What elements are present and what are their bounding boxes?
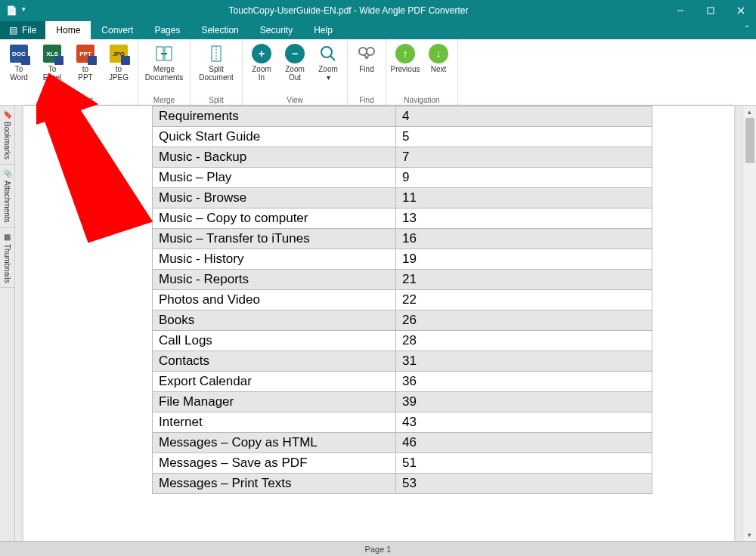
- table-row: Internet43: [153, 412, 652, 433]
- document-area: Requirements4Quick Start Guide5Music - B…: [15, 106, 756, 541]
- attachments-icon: 📎: [3, 169, 12, 178]
- zoom-icon: [318, 44, 338, 63]
- ribbon: DOCTo WordXLSTo ExcelPPTto PPTJPGto JPEG…: [0, 39, 756, 106]
- vertical-scrollbar[interactable]: ▴ ▾: [742, 106, 756, 541]
- sidebar-label-bookmarks: Bookmarks: [3, 122, 11, 159]
- table-row: Quick Start Guide5: [153, 127, 652, 147]
- toc-topic: Music - Backup: [153, 147, 396, 168]
- to-word-button[interactable]: DOCTo Word: [3, 41, 35, 95]
- toc-page: 7: [396, 147, 652, 168]
- table-row: Requirements4: [153, 107, 652, 127]
- ribbon-group-label: Quick Convert: [3, 95, 135, 105]
- next-icon: ↓: [429, 44, 448, 63]
- toc-page: 9: [396, 168, 652, 188]
- to-jpeg-button[interactable]: JPGto JPEG: [103, 41, 135, 95]
- table-row: Music – Copy to computer13: [153, 208, 652, 229]
- zoom-button[interactable]: Zoom ▾: [312, 41, 344, 95]
- ribbon-group-merge: Merge DocumentsMerge: [138, 39, 191, 105]
- pptx-icon: PPT: [76, 45, 94, 63]
- ribbon-group-label: View: [246, 95, 344, 105]
- toc-page: 11: [396, 188, 652, 208]
- toc-topic: Music - Browse: [153, 188, 396, 208]
- qat-dropdown-icon[interactable]: ▾: [22, 5, 26, 16]
- table-row: Export Calendar36: [153, 372, 652, 392]
- toc-page: 51: [396, 453, 652, 474]
- toc-topic: Photos and Video: [153, 290, 396, 310]
- table-row: Music - History19: [153, 249, 652, 270]
- table-row: Music - Backup7: [153, 147, 652, 168]
- toc-page: 19: [396, 249, 652, 270]
- to-excel-button[interactable]: XLSTo Excel: [36, 41, 68, 95]
- sidebar-tab-attachments[interactable]: 📎Attachments: [0, 165, 14, 228]
- table-row: Messages – Print Texts53: [153, 474, 652, 494]
- file-menu-label: File: [22, 25, 36, 36]
- previous-button[interactable]: ↑Previous: [389, 41, 421, 95]
- svg-point-10: [359, 48, 367, 55]
- sidebar-tab-thumbnails[interactable]: ▦Thumbnails: [0, 228, 14, 289]
- tab-convert[interactable]: Convert: [91, 21, 144, 39]
- toc-topic: Books: [153, 310, 396, 331]
- ribbon-group-view: +Zoom In−Zoom OutZoom ▾View: [243, 39, 348, 105]
- tab-home[interactable]: Home: [45, 21, 91, 39]
- svg-line-13: [367, 54, 369, 59]
- toc-topic: Call Logs: [153, 331, 396, 351]
- to-ppt-button[interactable]: PPTto PPT: [70, 41, 101, 95]
- toc-page: 53: [396, 474, 652, 494]
- toc-page: 5: [396, 127, 652, 147]
- toc-page: 39: [396, 392, 652, 412]
- toc-topic: Music – Transfer to iTunes: [153, 229, 396, 249]
- toc-page: 13: [396, 208, 652, 229]
- scroll-down-icon[interactable]: ▾: [743, 529, 756, 541]
- sidebar: 🔖Bookmarks📎Attachments▦Thumbnails: [0, 106, 15, 541]
- previous-icon: ↑: [395, 44, 415, 63]
- merge-documents-button[interactable]: Merge Documents: [141, 41, 187, 95]
- title-bar: 📄 ▾ TouchCopy-UserGuide-EN.pdf - Wide An…: [0, 0, 756, 21]
- zoom-out-icon: −: [285, 44, 305, 63]
- scroll-thumb[interactable]: [745, 118, 754, 163]
- table-row: Photos and Video22: [153, 290, 652, 310]
- tab-help[interactable]: Help: [303, 21, 343, 39]
- ribbon-group-label: Merge: [141, 95, 187, 105]
- svg-line-9: [330, 56, 335, 60]
- docx-icon: DOC: [10, 45, 28, 63]
- close-button[interactable]: [726, 0, 756, 21]
- toc-topic: Requirements: [153, 107, 396, 127]
- find-button[interactable]: Find: [351, 41, 383, 95]
- toc-topic: Music – Play: [153, 168, 396, 188]
- table-row: Contacts31: [153, 351, 652, 372]
- zoom-in-button[interactable]: +Zoom In: [246, 41, 277, 95]
- scroll-up-icon[interactable]: ▴: [743, 106, 756, 118]
- table-row: Music – Transfer to iTunes16: [153, 229, 652, 249]
- toc-page: 43: [396, 412, 652, 433]
- status-bar: Page 1: [0, 541, 756, 556]
- tab-selection[interactable]: Selection: [191, 21, 249, 39]
- bookmarks-icon: 🔖: [3, 110, 12, 119]
- page-view[interactable]: Requirements4Quick Start Guide5Music - B…: [23, 106, 734, 541]
- sidebar-tab-bookmarks[interactable]: 🔖Bookmarks: [0, 106, 14, 165]
- collapse-ribbon-icon[interactable]: ⌃: [744, 24, 750, 32]
- maximize-button[interactable]: [696, 0, 726, 21]
- ribbon-group-find: FindFind: [348, 39, 386, 105]
- split-icon: [206, 44, 226, 63]
- toc-page: 4: [396, 107, 652, 127]
- toc-page: 22: [396, 290, 652, 310]
- tab-pages[interactable]: Pages: [144, 21, 191, 39]
- split-document-button[interactable]: Split Document: [194, 41, 239, 95]
- toc-page: 28: [396, 331, 652, 351]
- tab-security[interactable]: Security: [249, 21, 303, 39]
- status-page-label: Page 1: [365, 545, 392, 554]
- toc-topic: Export Calendar: [153, 372, 396, 392]
- zoom-out-button[interactable]: −Zoom Out: [279, 41, 311, 95]
- window-title: TouchCopy-UserGuide-EN.pdf - Wide Angle …: [32, 5, 665, 16]
- table-row: Books26: [153, 310, 652, 331]
- xlsx-icon: XLS: [43, 45, 61, 63]
- sidebar-label-attachments: Attachments: [3, 181, 11, 223]
- minimize-button[interactable]: [665, 0, 696, 21]
- next-button[interactable]: ↓Next: [423, 41, 454, 95]
- ribbon-group-navigation: ↑Previous↓NextNavigation: [386, 39, 458, 105]
- svg-point-8: [321, 47, 332, 57]
- next-label: Next: [431, 65, 447, 73]
- file-menu[interactable]: ▤ File: [0, 21, 45, 39]
- toc-page: 31: [396, 351, 652, 372]
- toc-topic: Music - Reports: [153, 270, 396, 290]
